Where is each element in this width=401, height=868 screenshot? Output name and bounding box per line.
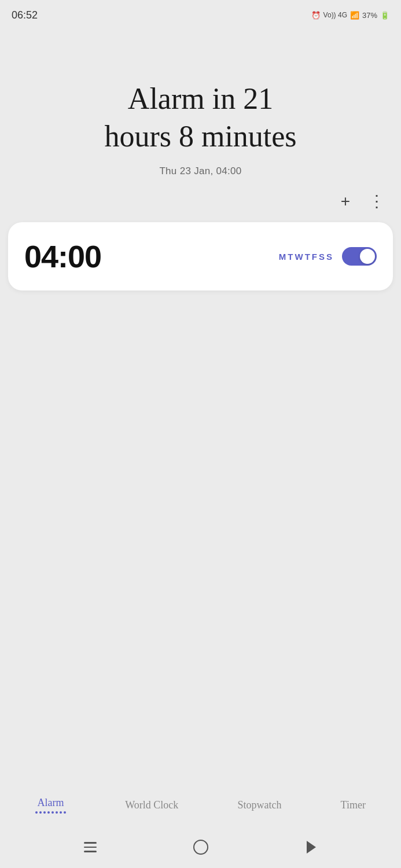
alarm-card: 04:00 MTWTFSS bbox=[8, 222, 393, 290]
nav-item-timer[interactable]: Timer bbox=[332, 797, 375, 814]
back-icon bbox=[307, 841, 316, 854]
recent-apps-button[interactable] bbox=[78, 834, 103, 860]
status-bar: 06:52 ⏰ Vo)) 4G 📶 37% 🔋 bbox=[0, 0, 401, 28]
nav-item-world-clock[interactable]: World Clock bbox=[116, 797, 187, 814]
system-nav bbox=[0, 826, 401, 868]
recent-apps-icon bbox=[84, 842, 97, 852]
nav-label-alarm: Alarm bbox=[38, 797, 64, 809]
alarm-heading-line2: hours 8 minutes bbox=[104, 120, 296, 153]
home-icon bbox=[193, 840, 208, 855]
alarm-heading-line1: Alarm in 21 bbox=[128, 82, 273, 115]
more-options-button[interactable]: ⋮ bbox=[366, 191, 387, 212]
alarm-toggle[interactable] bbox=[342, 247, 377, 266]
alarm-days-label: MTWTFSS bbox=[279, 252, 334, 262]
status-icons: ⏰ Vo)) 4G 📶 37% 🔋 bbox=[311, 11, 389, 20]
alarm-days-toggle-row: MTWTFSS bbox=[279, 247, 377, 266]
alarm-card-time[interactable]: 04:00 bbox=[24, 238, 101, 274]
alarm-status-icon: ⏰ bbox=[311, 11, 321, 20]
nav-label-world-clock: World Clock bbox=[125, 799, 178, 811]
network-status: Vo)) 4G bbox=[323, 11, 347, 19]
alarm-card-right: MTWTFSS bbox=[279, 247, 377, 266]
nav-label-stopwatch: Stopwatch bbox=[237, 799, 281, 811]
alarm-subtitle: Thu 23 Jan, 04:00 bbox=[159, 165, 241, 177]
battery-icon: 🔋 bbox=[380, 11, 389, 20]
battery-level: 37% bbox=[362, 11, 377, 20]
nav-item-stopwatch[interactable]: Stopwatch bbox=[228, 797, 290, 814]
status-time: 06:52 bbox=[12, 9, 38, 21]
nav-item-alarm[interactable]: Alarm bbox=[26, 795, 75, 816]
add-alarm-button[interactable]: + bbox=[339, 191, 352, 212]
home-button[interactable] bbox=[188, 834, 214, 860]
back-button[interactable] bbox=[299, 834, 324, 860]
bottom-nav: Alarm World Clock Stopwatch Timer bbox=[0, 785, 401, 822]
nav-active-indicator bbox=[35, 811, 66, 814]
main-content: Alarm in 21 hours 8 minutes Thu 23 Jan, … bbox=[0, 28, 401, 177]
alarm-heading: Alarm in 21 hours 8 minutes bbox=[87, 80, 314, 155]
toolbar: + ⋮ bbox=[0, 177, 401, 218]
signal-icon: 📶 bbox=[350, 11, 359, 20]
toggle-knob bbox=[360, 249, 375, 264]
nav-label-timer: Timer bbox=[341, 799, 366, 811]
